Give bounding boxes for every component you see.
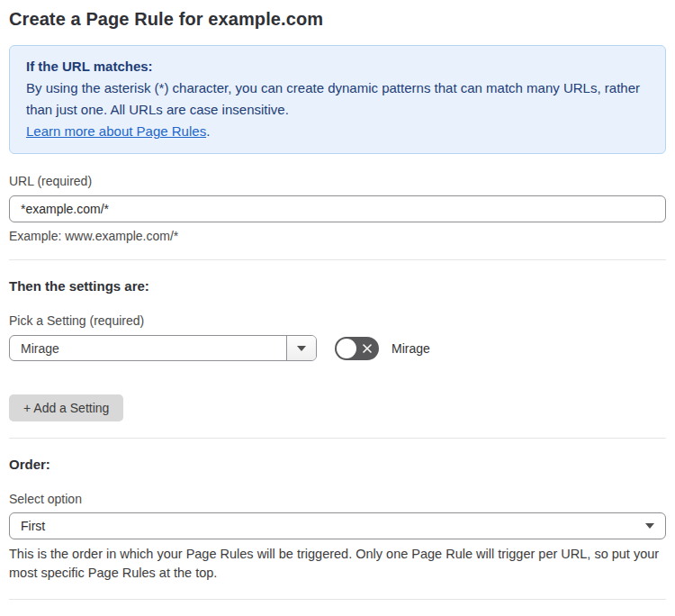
pick-setting-label: Pick a Setting (required) [9,313,666,328]
select-option-label: Select option [9,492,666,506]
toggle-x-icon [361,342,374,355]
info-link-line: Learn more about Page Rules. [26,121,649,142]
setting-select-arrow-button[interactable] [286,336,316,360]
url-example-helper: Example: www.example.com/* [9,229,666,243]
mirage-toggle[interactable] [335,337,379,360]
url-input[interactable] [9,195,666,222]
link-period: . [206,123,210,139]
section-divider [9,438,666,439]
order-heading: Order: [9,457,666,472]
dropdown-arrow-icon [297,346,306,351]
section-divider [9,599,666,600]
url-match-info-box: If the URL matches: By using the asteris… [9,45,666,154]
settings-heading: Then the settings are: [9,278,666,294]
toggle-knob [337,339,356,358]
add-setting-button[interactable]: + Add a Setting [9,394,123,421]
page-title: Create a Page Rule for example.com [9,9,666,30]
setting-select-value: Mirage [10,341,59,356]
learn-more-link[interactable]: Learn more about Page Rules [26,123,206,139]
order-helper-text: This is the order in which your Page Rul… [9,545,666,583]
order-select-value: First [21,519,45,533]
create-page-rule-form: Create a Page Rule for example.com If th… [0,0,675,616]
order-select[interactable]: First [9,512,666,539]
select-arrow-icon [645,523,654,529]
setting-row: Mirage Mirage [9,335,666,361]
info-box-heading: If the URL matches: [26,56,649,77]
section-divider [9,259,666,260]
setting-select[interactable]: Mirage [9,335,317,361]
toggle-label: Mirage [392,341,430,356]
info-box-body: By using the asterisk (*) character, you… [26,77,649,121]
url-label: URL (required) [9,174,666,188]
